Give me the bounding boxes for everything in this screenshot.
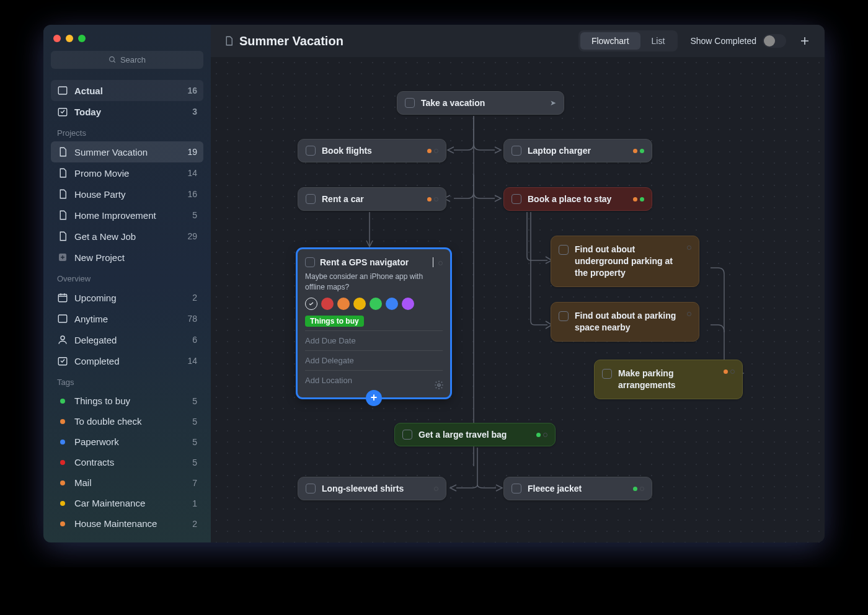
sidebar-item-project-4[interactable]: Get a New Job29	[51, 226, 203, 247]
add-child-node-button[interactable]: +	[366, 390, 382, 406]
sidebar-item-project-0[interactable]: Summer Vacation19	[51, 141, 203, 162]
node-rent-car[interactable]: Rent a car	[298, 187, 446, 211]
tag-color-dot	[60, 399, 65, 404]
add-location-button[interactable]: Add Location	[305, 370, 443, 390]
checkbox[interactable]	[305, 257, 315, 267]
color-option-green[interactable]	[370, 298, 382, 310]
search-icon	[108, 56, 117, 64]
sidebar-item-tag-6[interactable]: House Maintenance2	[51, 513, 203, 534]
sidebar-item-overview-1[interactable]: Anytime78	[51, 308, 203, 329]
sidebar-item-tag-2[interactable]: Paperwork5	[51, 431, 203, 452]
overview-section-label: Overview	[51, 268, 203, 287]
switch-control[interactable]	[763, 34, 786, 48]
checkbox[interactable]	[306, 484, 316, 493]
node-shirts[interactable]: Long-sleeved shirts	[298, 477, 446, 500]
sidebar-item-actual[interactable]: Actual 16	[51, 80, 203, 101]
check-icon	[57, 355, 68, 366]
sidebar-item-tag-5[interactable]: Car Maintenance1	[51, 493, 203, 513]
document-icon	[57, 188, 68, 200]
sidebar-item-overview-0[interactable]: Upcoming2	[51, 287, 203, 308]
checkbox[interactable]	[306, 146, 316, 156]
window-controls	[51, 35, 203, 51]
editor-title-input[interactable]: Rent a GPS navigator	[320, 257, 433, 267]
node-book-place[interactable]: Book a place to stay	[503, 187, 652, 211]
color-option-yellow[interactable]	[353, 298, 366, 310]
node-editor-gps[interactable]: Rent a GPS navigator Maybe consider an i…	[296, 248, 451, 399]
checkbox[interactable]	[306, 194, 316, 204]
svg-rect-4	[58, 315, 67, 322]
document-icon	[57, 231, 68, 242]
sidebar: Search Actual 16 Today 3 Projects Summer…	[43, 25, 211, 542]
checkbox[interactable]	[512, 146, 521, 156]
editor-subtitle[interactable]: Maybe consider an iPhone app with offlin…	[305, 272, 443, 293]
inbox-icon	[57, 85, 68, 96]
color-option-none[interactable]	[305, 298, 317, 310]
document-icon	[57, 146, 68, 157]
sidebar-item-project-2[interactable]: House Party16	[51, 184, 203, 205]
node-book-flights[interactable]: Book flights	[298, 139, 446, 162]
checkbox[interactable]	[405, 98, 415, 108]
show-completed-toggle[interactable]: Show Completed	[690, 34, 786, 48]
document-icon	[223, 35, 234, 46]
view-toggle: Flowchart List	[578, 30, 678, 51]
maximize-window-button[interactable]	[78, 35, 86, 42]
add-node-button[interactable]	[797, 33, 812, 48]
view-flowchart-button[interactable]: Flowchart	[580, 32, 640, 50]
tags-section-label: Tags	[51, 371, 203, 391]
color-option-blue[interactable]	[386, 298, 398, 310]
view-list-button[interactable]: List	[640, 32, 676, 50]
svg-point-5	[61, 336, 64, 340]
add-delegate-button[interactable]: Add Delegate	[305, 350, 443, 370]
topbar: Summer Vacation Flowchart List Show Comp…	[211, 25, 825, 57]
document-icon	[57, 167, 68, 179]
checkbox[interactable]	[559, 311, 569, 321]
checkbox[interactable]	[602, 369, 612, 379]
svg-rect-3	[58, 294, 67, 302]
color-option-orange[interactable]	[337, 298, 350, 310]
node-parking-nearby[interactable]: Find out about a parking space nearby	[551, 302, 699, 342]
node-travel-bag[interactable]: Get a large travel bag	[394, 423, 556, 446]
minimize-window-button[interactable]	[66, 35, 73, 42]
svg-point-7	[438, 384, 440, 386]
sidebar-item-tag-0[interactable]: Things to buy5	[51, 391, 203, 411]
navigate-icon[interactable]: ➤	[550, 99, 556, 107]
inbox-icon	[57, 313, 68, 324]
sidebar-item-project-1[interactable]: Promo Movie14	[51, 162, 203, 184]
new-project-button[interactable]: New Project	[51, 247, 203, 268]
sidebar-item-tag-3[interactable]: Contracts5	[51, 452, 203, 472]
person-icon	[57, 334, 68, 345]
color-option-purple[interactable]	[402, 298, 414, 310]
checkbox[interactable]	[402, 430, 412, 440]
node-take-vacation[interactable]: Take a vacation ➤	[397, 91, 564, 115]
close-window-button[interactable]	[53, 35, 61, 42]
tag-color-dot	[60, 440, 65, 445]
node-make-parking[interactable]: Make parking arrangements	[594, 360, 743, 399]
flowchart-canvas[interactable]: Take a vacation ➤ Book flights Laptop ch…	[211, 57, 825, 542]
page-title: Summer Vacation	[223, 34, 566, 48]
node-laptop-charger[interactable]: Laptop charger	[503, 139, 652, 162]
sidebar-item-overview-3[interactable]: Completed14	[51, 350, 203, 371]
svg-rect-0	[58, 87, 67, 94]
calendar-check-icon	[57, 106, 68, 117]
node-fleece[interactable]: Fleece jacket	[503, 477, 652, 500]
sidebar-item-overview-2[interactable]: Delegated6	[51, 329, 203, 350]
tag-color-dot	[60, 419, 65, 424]
sidebar-item-tag-1[interactable]: To double check5	[51, 411, 203, 431]
checkbox[interactable]	[512, 484, 521, 493]
editor-tag[interactable]: Things to buy	[305, 316, 364, 327]
node-underground-parking[interactable]: Find out about underground parking at th…	[551, 236, 699, 287]
sidebar-item-today[interactable]: Today 3	[51, 101, 203, 122]
settings-gear-icon[interactable]	[434, 380, 444, 392]
sidebar-item-project-3[interactable]: Home Improvement5	[51, 205, 203, 226]
checkbox[interactable]	[559, 245, 569, 255]
plus-square-icon	[57, 252, 68, 263]
search-input[interactable]: Search	[51, 51, 203, 69]
app-window: Search Actual 16 Today 3 Projects Summer…	[43, 25, 825, 542]
projects-section-label: Projects	[51, 122, 203, 141]
sidebar-item-tag-4[interactable]: Mail7	[51, 472, 203, 493]
calendar-icon	[57, 292, 68, 303]
color-option-red[interactable]	[321, 298, 334, 310]
checkbox[interactable]	[512, 194, 521, 204]
tag-color-dot	[60, 521, 65, 526]
add-due-date-button[interactable]: Add Due Date	[305, 330, 443, 350]
